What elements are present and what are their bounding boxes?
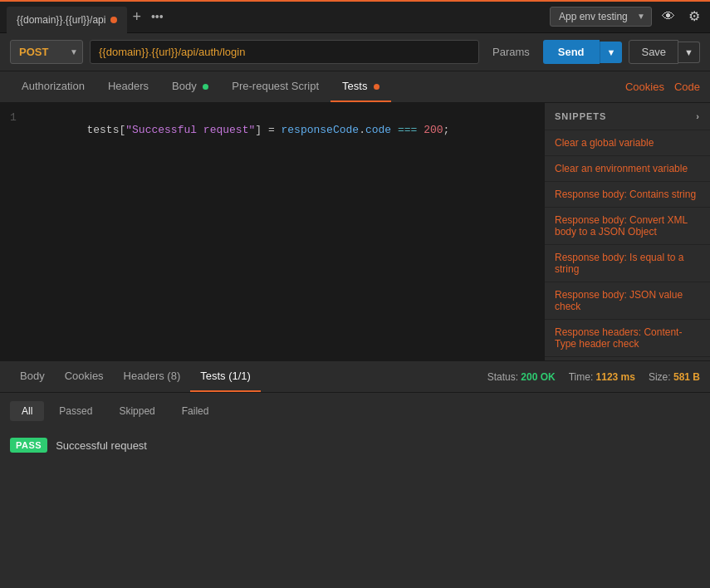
resp-tab-cookies[interactable]: Cookies: [55, 361, 114, 392]
snippets-chevron-icon: ›: [696, 111, 700, 121]
filter-tab-skipped[interactable]: Skipped: [107, 401, 166, 421]
test-result-row: PASS Successful request: [0, 429, 710, 461]
response-tabs: Body Cookies Headers (8) Tests (1/1) Sta…: [0, 361, 710, 393]
send-dropdown-button[interactable]: ▼: [600, 42, 623, 63]
cookies-link[interactable]: Cookies: [625, 81, 664, 93]
tab-add-button[interactable]: +: [127, 9, 146, 24]
snippet-item[interactable]: Response body: Is equal to a string: [545, 244, 710, 282]
status-value: 200 OK: [521, 371, 555, 383]
line-number: 1: [10, 111, 35, 124]
save-btn-group: Save ▼: [629, 40, 700, 64]
filter-tabs: All Passed Skipped Failed: [0, 393, 710, 429]
snippet-item[interactable]: Response body: Contains string: [545, 181, 710, 207]
tab-more-button[interactable]: •••: [146, 10, 169, 23]
settings-icon-button[interactable]: ⚙: [685, 5, 703, 27]
response-area: Body Cookies Headers (8) Tests (1/1) Sta…: [0, 360, 710, 461]
filter-tab-failed[interactable]: Failed: [170, 401, 221, 421]
pass-badge: PASS: [10, 438, 47, 453]
tab-bar-right: App env testing Production Development 👁…: [550, 5, 703, 27]
test-name: Successful request: [56, 439, 147, 452]
tab-bar: {{domain}}.{{url}}/api + ••• App env tes…: [0, 0, 710, 33]
tab-label: {{domain}}.{{url}}/api: [17, 14, 105, 26]
code-key: "Successful request": [125, 124, 255, 136]
time-value: 1123 ms: [596, 371, 635, 383]
code-semicolon: ;: [443, 124, 450, 136]
method-select[interactable]: POST GET PUT DELETE PATCH: [10, 40, 83, 64]
body-dot: [203, 84, 208, 90]
filter-tab-passed[interactable]: Passed: [47, 401, 104, 421]
code-editor[interactable]: 1 tests["Successful request"] = response…: [0, 103, 544, 360]
resp-tab-headers[interactable]: Headers (8): [114, 361, 191, 392]
resp-tab-body[interactable]: Body: [10, 361, 55, 392]
snippet-item[interactable]: Response body: Convert XML body to a JSO…: [545, 207, 710, 244]
params-button[interactable]: Params: [486, 41, 536, 63]
size-label: Size: 581 B: [649, 371, 700, 383]
env-select-wrapper: App env testing Production Development: [550, 7, 652, 27]
snippets-header: SNIPPETS ›: [545, 103, 710, 130]
code-value: 200: [424, 124, 443, 136]
snippet-item[interactable]: Clear an environment variable: [545, 155, 710, 181]
status-label: Status: 200 OK: [487, 371, 556, 383]
snippet-item[interactable]: Response headers: Content-Type header ch…: [545, 319, 710, 356]
save-button[interactable]: Save: [629, 40, 678, 64]
code-response-code: responseCode: [282, 124, 360, 136]
snippets-label: SNIPPETS: [555, 111, 606, 121]
env-select[interactable]: App env testing Production Development: [550, 7, 652, 27]
tab-body[interactable]: Body: [160, 71, 220, 102]
method-select-wrapper: POST GET PUT DELETE PATCH: [10, 40, 83, 64]
send-btn-group: Send ▼: [543, 40, 623, 64]
code-line-1: 1 tests["Successful request"] = response…: [0, 111, 544, 149]
snippet-item[interactable]: Response time is less than 200ms: [545, 356, 710, 360]
sub-tabs: Authorization Headers Body Pre-request S…: [0, 71, 710, 103]
tab-dot: [110, 17, 117, 23]
size-value: 581 B: [673, 371, 700, 383]
code-code: code: [365, 124, 391, 136]
tab-headers[interactable]: Headers: [96, 71, 160, 102]
snippet-item[interactable]: Response body: JSON value check: [545, 282, 710, 319]
tab-pre-request-script[interactable]: Pre-request Script: [220, 71, 331, 102]
code-dot: .: [359, 124, 365, 136]
code-operator: ===: [391, 124, 424, 136]
tab-authorization[interactable]: Authorization: [10, 71, 96, 102]
send-button[interactable]: Send: [543, 40, 600, 64]
code-tests: tests: [86, 124, 119, 136]
time-label: Time: 1123 ms: [569, 371, 635, 383]
code-link[interactable]: Code: [674, 81, 700, 93]
request-bar: POST GET PUT DELETE PATCH Params Send ▼ …: [0, 33, 710, 71]
resp-status: Status: 200 OK Time: 1123 ms Size: 581 B: [487, 371, 700, 383]
tab-item[interactable]: {{domain}}.{{url}}/api: [7, 7, 127, 33]
code-content: tests["Successful request"] = responseCo…: [35, 111, 449, 149]
code-assign: =: [262, 124, 281, 136]
sub-tabs-right: Cookies Code: [625, 81, 700, 93]
code-close-bracket: ]: [255, 124, 262, 136]
tab-tests[interactable]: Tests: [331, 71, 391, 102]
save-dropdown-button[interactable]: ▼: [678, 42, 700, 63]
snippets-panel: SNIPPETS › Clear a global variable Clear…: [544, 103, 710, 360]
snippet-item[interactable]: Clear a global variable: [545, 130, 710, 155]
eye-icon-button[interactable]: 👁: [659, 6, 678, 27]
resp-tab-tests[interactable]: Tests (1/1): [190, 361, 261, 392]
filter-tab-all[interactable]: All: [10, 401, 44, 421]
url-input[interactable]: [90, 40, 479, 64]
main-content: 1 tests["Successful request"] = response…: [0, 103, 710, 360]
tests-dot: [374, 84, 379, 90]
